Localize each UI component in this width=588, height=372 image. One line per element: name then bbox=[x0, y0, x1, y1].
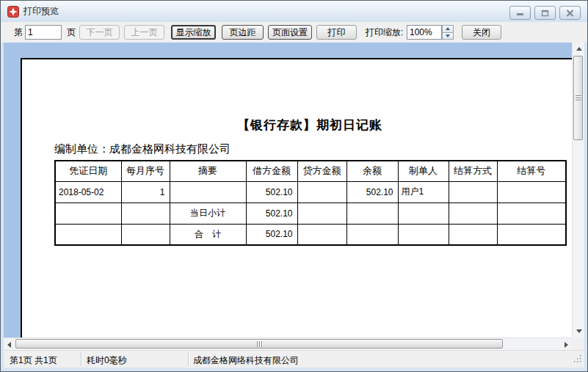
titlebar: 打印预览 bbox=[1, 1, 587, 22]
document-title: 【银行存款】期初日记账 bbox=[54, 117, 565, 134]
table-row: 合 计502.10 bbox=[55, 224, 566, 245]
margins-button[interactable]: 页边距 bbox=[222, 25, 264, 40]
vertical-scroll-thumb[interactable] bbox=[573, 56, 583, 140]
print-zoom-spinner bbox=[442, 25, 454, 40]
spinner-down-button[interactable] bbox=[442, 33, 454, 40]
scroll-left-button[interactable] bbox=[4, 339, 15, 350]
table-cell: 合 计 bbox=[170, 224, 246, 245]
horizontal-scrollbar[interactable] bbox=[4, 338, 572, 350]
app-icon bbox=[7, 6, 19, 18]
show-zoom-button[interactable]: 显示缩放 bbox=[171, 25, 216, 40]
table-header-cell: 摘要 bbox=[170, 161, 246, 181]
scroll-down-button[interactable] bbox=[573, 326, 584, 337]
vertical-scrollbar[interactable] bbox=[572, 43, 584, 338]
table-cell bbox=[170, 181, 246, 203]
table-header-cell: 制单人 bbox=[398, 161, 449, 181]
spinner-up-icon bbox=[446, 27, 450, 30]
table-cell bbox=[449, 203, 497, 224]
table-cell bbox=[497, 224, 566, 245]
arrow-right-icon bbox=[565, 342, 568, 348]
table-cell: 当日小计 bbox=[170, 203, 246, 224]
table-cell bbox=[398, 203, 449, 224]
arrow-up-icon bbox=[576, 47, 582, 51]
spinner-down-icon bbox=[446, 34, 450, 37]
table-cell bbox=[497, 181, 566, 203]
status-page-info: 第1页 共1页 bbox=[10, 354, 57, 367]
journal-table-wrapper: 凭证日期每月序号摘要借方金额贷方金额余额制单人结算方式结算号2018-05-02… bbox=[54, 160, 567, 246]
table-header-cell: 余额 bbox=[346, 161, 398, 181]
table-header-cell: 结算号 bbox=[497, 161, 566, 181]
table-cell: 1 bbox=[121, 181, 170, 203]
table-cell bbox=[346, 203, 398, 224]
print-zoom-label: 打印缩放: bbox=[366, 25, 403, 40]
table-cell bbox=[297, 203, 346, 224]
table-header-row: 凭证日期每月序号摘要借方金额贷方金额余额制单人结算方式结算号 bbox=[55, 161, 566, 181]
status-elapsed: 耗时0毫秒 bbox=[87, 354, 127, 367]
window-controls bbox=[509, 6, 581, 20]
table-cell bbox=[497, 203, 566, 224]
horizontal-scroll-thumb[interactable] bbox=[15, 339, 503, 349]
journal-table: 凭证日期每月序号摘要借方金额贷方金额余额制单人结算方式结算号2018-05-02… bbox=[54, 160, 567, 246]
close-button[interactable] bbox=[559, 6, 581, 20]
page-number-input[interactable] bbox=[25, 25, 62, 40]
table-cell bbox=[449, 224, 497, 245]
preview-area: 【银行存款】期初日记账 编制单位：成都金格网科技有限公司 凭证日期每月序号摘要借… bbox=[4, 43, 584, 350]
page-label-prefix: 第 bbox=[14, 25, 23, 40]
table-cell bbox=[297, 224, 346, 245]
table-cell bbox=[121, 203, 170, 224]
table-cell bbox=[449, 181, 497, 203]
minimize-button[interactable] bbox=[509, 6, 531, 20]
maximize-button[interactable] bbox=[534, 6, 556, 20]
prepared-by-line: 编制单位：成都金格网科技有限公司 bbox=[54, 142, 231, 156]
arrow-down-icon bbox=[576, 329, 582, 333]
prev-page-button[interactable]: 上一页 bbox=[124, 25, 164, 40]
status-divider bbox=[81, 352, 81, 366]
status-divider bbox=[188, 352, 189, 366]
page-label-suffix: 页 bbox=[67, 25, 76, 40]
scrollbar-corner bbox=[572, 338, 584, 350]
table-cell bbox=[297, 181, 346, 203]
scroll-up-button[interactable] bbox=[573, 43, 584, 54]
document-page: 【银行存款】期初日记账 编制单位：成都金格网科技有限公司 凭证日期每月序号摘要借… bbox=[21, 58, 572, 338]
page-setup-button[interactable]: 页面设置 bbox=[268, 25, 312, 40]
next-page-button[interactable]: 下一页 bbox=[79, 25, 120, 40]
table-row: 当日小计502.10 bbox=[55, 203, 566, 224]
table-header-cell: 贷方金额 bbox=[297, 161, 346, 181]
print-button[interactable]: 打印 bbox=[316, 25, 357, 40]
table-cell: 502.10 bbox=[346, 181, 398, 203]
spinner-up-button[interactable] bbox=[442, 25, 454, 33]
table-cell: 502.10 bbox=[246, 181, 297, 203]
table-cell: 502.10 bbox=[246, 224, 297, 245]
table-header-cell: 凭证日期 bbox=[55, 161, 121, 181]
table-cell: 502.10 bbox=[246, 203, 297, 224]
scroll-right-button[interactable] bbox=[561, 339, 572, 350]
window-title: 打印预览 bbox=[23, 5, 59, 18]
size-grip-icon[interactable] bbox=[573, 354, 583, 366]
table-header-cell: 结算方式 bbox=[449, 161, 497, 181]
statusbar: 第1页 共1页 耗时0毫秒 成都金格网络科技有限公司 bbox=[4, 350, 584, 368]
print-preview-window: 打印预览 第 页 下一页 上一页 显示缩放 页边距 页面设置 打印 打印缩放: bbox=[0, 0, 588, 372]
table-cell bbox=[55, 203, 121, 224]
toolbar: 第 页 下一页 上一页 显示缩放 页边距 页面设置 打印 打印缩放: 关闭 bbox=[1, 22, 587, 43]
table-cell bbox=[55, 224, 121, 245]
table-cell bbox=[398, 224, 449, 245]
table-header-cell: 每月序号 bbox=[121, 161, 170, 181]
table-cell bbox=[121, 224, 170, 245]
table-header-cell: 借方金额 bbox=[246, 161, 297, 181]
status-company: 成都金格网络科技有限公司 bbox=[193, 354, 299, 367]
table-row: 2018-05-021502.10502.10用户1 bbox=[55, 181, 566, 203]
table-cell bbox=[346, 224, 398, 245]
print-zoom-input[interactable] bbox=[407, 25, 442, 40]
arrow-left-icon bbox=[7, 342, 11, 348]
close-preview-button[interactable]: 关闭 bbox=[462, 25, 501, 40]
table-cell: 2018-05-02 bbox=[55, 181, 121, 203]
table-cell: 用户1 bbox=[398, 181, 449, 203]
